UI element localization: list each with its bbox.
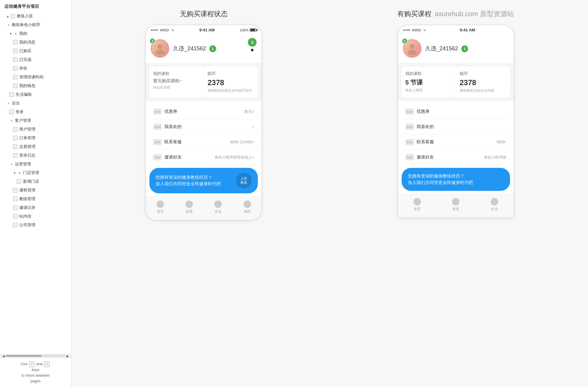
left-nav-home[interactable]: 首页 (146, 200, 175, 214)
my-label: 我的 (244, 209, 251, 214)
left-nav-my[interactable]: 我的 (233, 200, 262, 214)
sidebar-item-backend[interactable]: ▪ 后台 (0, 99, 71, 108)
prev-key-icon: ← (29, 362, 34, 367)
left-cta-banner[interactable]: 您拥有资深的健身教练经历？加入我们共同营造全民健身时代吧 入驻教练 (149, 168, 258, 193)
my-icon (244, 200, 251, 208)
invite-right: 将此小程序推荐给他人> (215, 155, 254, 160)
sidebar-item-completed[interactable]: □ 已完成 (0, 55, 71, 64)
home-label: 首页 (157, 209, 164, 214)
right-menu-invite[interactable]: icon 邀请好友 将此小程序推 (402, 150, 510, 165)
left-menu-invite[interactable]: icon 邀请好友 将此小程序推荐给他人> (149, 150, 258, 165)
left-nav-discover[interactable]: 发现 (175, 200, 204, 214)
main-content: 无购买课程状态 ●●●●● WIND ∿ 9:41 AM 100% (71, 0, 588, 387)
page-icon: □ (9, 110, 14, 114)
left-coins-value: 2378 (207, 78, 254, 87)
left-coins-sub: 课程购买目前仅允许靓币支付 (207, 88, 254, 93)
invite-label: 邀请好友 (164, 154, 215, 160)
sidebar-label: 公司管理 (19, 222, 35, 228)
discover-icon (185, 200, 193, 208)
sidebar-item-coach-settle[interactable]: ▲ □ 教练入驻 (0, 12, 71, 21)
sidebar-item-my-msg[interactable]: □ 我的消息 (0, 38, 71, 47)
sidebar-item-add-store[interactable]: □ 新增门店 (0, 177, 71, 186)
left-cta-button[interactable]: 入驻教练 (236, 173, 252, 188)
right-cta-text: 您拥有资深的健身教练经历？加入我们共同营造全民健身时代吧 (408, 173, 504, 186)
sidebar-h-scrollbar[interactable]: ◀ ▶ (0, 354, 71, 358)
page-icon: □ (13, 75, 17, 79)
left-nav-life[interactable]: 生活 (204, 200, 233, 214)
right-section-title: 有购买课程 (397, 9, 431, 19)
sidebar-item-order-mgmt[interactable]: □ 订单管理 (0, 134, 71, 142)
left-courses-card: 我的课程 暂无购买课程~ 快去买买吧 (149, 67, 203, 97)
sidebar-item-coach-miniapp[interactable]: ▪ 教练角色小程序 (0, 21, 71, 29)
sidebar-item-transaction-mgmt[interactable]: □ 交易管理 (0, 142, 71, 151)
sidebar-item-course-mgmt[interactable]: □ 课程管理 (0, 186, 71, 195)
sidebar-label: 生活编辑 (16, 92, 32, 97)
right-profile-header: 2 久违_241562 1 (398, 34, 514, 63)
signal-area: ●●●●● WIND ∿ (403, 28, 426, 32)
right-menu-coupon[interactable]: icon 优惠券 (402, 104, 510, 119)
hint-use: Use (21, 362, 27, 366)
page-icon: □ (13, 58, 17, 62)
sidebar-item-schedule[interactable]: □ 管理排课时间 (0, 73, 71, 81)
wifi-icon: ∿ (171, 28, 174, 32)
left-settings-area: 3 (248, 38, 257, 52)
right-menu-favorites[interactable]: icon 我喜欢的 (402, 119, 510, 135)
sidebar-item-store-mgmt[interactable]: ▼ ▪ 门店管理 (0, 168, 71, 177)
page-icon: □ (13, 214, 17, 219)
favorites-label: 我喜欢的 (164, 124, 252, 130)
sidebar-label: 订单管理 (19, 135, 35, 141)
left-courses-sub: 快去买买吧 (153, 85, 200, 90)
right-nav-life[interactable]: 生活 (475, 198, 513, 211)
sidebar-item-wallet[interactable]: □ 我的钱包 (0, 81, 71, 90)
battery-percent: 100% (240, 28, 248, 32)
sidebar-item-my[interactable]: ▼ ▪ 我的 (0, 29, 71, 38)
sidebar-title: 运动健身平台项目 (0, 0, 71, 12)
right-courses-sub: 快去上课吧 (405, 88, 452, 93)
page-icon: □ (13, 84, 17, 88)
right-menu-support[interactable]: icon 联系客服 8888- (402, 135, 510, 150)
left-menu-coupon[interactable]: icon 优惠券 暂无> (149, 104, 258, 119)
left-menu-favorites[interactable]: icon 我喜欢的 > (149, 119, 258, 135)
sidebar-item-coach-mgmt[interactable]: □ 教练管理 (0, 195, 71, 203)
sidebar-label: 后台 (12, 100, 20, 106)
left-courses-label: 我的课程 (153, 71, 200, 76)
right-nav-discover[interactable]: 发现 (436, 198, 475, 211)
left-menu-section: icon 优惠券 暂无> icon 我喜欢的 > icon 联系客服 8888-… (149, 104, 258, 165)
sidebar-label: 门店管理 (23, 170, 39, 176)
right-courses-value: 5 节课 (405, 78, 452, 87)
sidebar-content: 运动健身平台项目 ▲ □ 教练入驻 ▪ 教练角色小程序 ▼ ▪ 我的 □ 我的消… (0, 0, 71, 354)
hint-and: and (36, 362, 43, 366)
right-profile-info: 久违_241562 1 (422, 45, 509, 53)
life-label: 生活 (491, 207, 498, 211)
signal-dots: ●●●●● (403, 29, 410, 31)
sidebar-item-login-log[interactable]: □ 登录日志 (0, 151, 71, 160)
left-menu-support[interactable]: icon 联系客服 8888-123456> (149, 135, 258, 150)
right-coins-sub: 课程购买目前仅允许靓 (460, 88, 506, 93)
left-avatar: 2 (151, 39, 169, 58)
sidebar-item-purchased[interactable]: □ 已购买 (0, 47, 71, 55)
folder-icon-blue: ▪ (9, 162, 14, 166)
right-cta-banner[interactable]: 您拥有资深的健身教练经历？加入我们共同营造全民健身时代吧 (402, 168, 510, 191)
avatar-svg (154, 42, 166, 55)
sidebar-label: 教练角色小程序 (12, 22, 40, 28)
sidebar-label: 已完成 (19, 57, 31, 62)
settings-dot (250, 48, 254, 52)
sidebar-item-company-mgmt[interactable]: □ 公司管理 (0, 221, 71, 229)
right-phone-mockup: ●●●●● WIND ∿ 9:41 AM 2 (398, 25, 514, 218)
sidebar-item-life-edit[interactable]: □ 生活编辑 (0, 90, 71, 99)
battery-fill (250, 29, 255, 31)
sidebar-item-review[interactable]: □ 评价 (0, 64, 71, 73)
sidebar-item-inbox[interactable]: □ 站内信 (0, 212, 71, 221)
sidebar-item-invite-records[interactable]: □ 邀请记录 (0, 203, 71, 212)
sidebar-item-customer-mgmt[interactable]: ▪ 客户管理 (0, 116, 71, 125)
sidebar-item-ops-mgmt[interactable]: ▪ 运营管理 (0, 160, 71, 168)
svg-point-3 (408, 50, 417, 55)
discover-icon (452, 198, 459, 205)
right-phone-section: 有购买课程 axurehub.com 原型资源站 ●●●●● WIND ∿ 9:… (336, 9, 576, 378)
right-nav-home[interactable]: 首页 (398, 198, 436, 211)
sidebar-item-login[interactable]: □ 登录 (0, 108, 71, 116)
sidebar-item-user-mgmt[interactable]: □ 用户管理 (0, 125, 71, 134)
time-display: 9:41 AM (199, 28, 215, 32)
time-display: 9:41 AM (460, 28, 475, 32)
invite-label: 邀请好友 (417, 154, 484, 160)
